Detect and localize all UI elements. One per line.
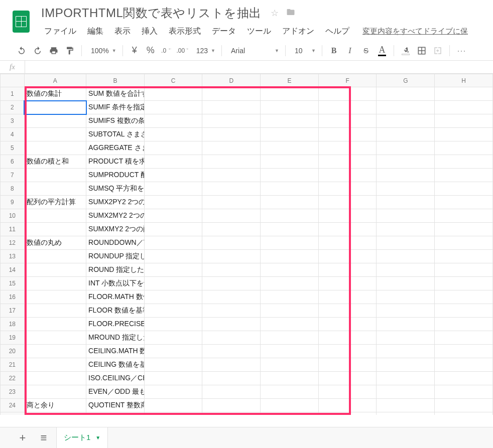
col-header-B[interactable]: B	[86, 74, 145, 87]
cell[interactable]	[24, 128, 86, 141]
strikethrough-button[interactable]: S	[358, 44, 374, 58]
cell[interactable]	[318, 182, 377, 196]
cell[interactable]	[261, 101, 319, 114]
cell[interactable]	[377, 345, 435, 358]
cell[interactable]	[377, 223, 435, 236]
col-header-H[interactable]: H	[435, 74, 493, 87]
cell[interactable]	[377, 277, 435, 290]
cell[interactable]	[318, 412, 377, 415]
row-header[interactable]: 12	[1, 236, 25, 250]
cell[interactable]: AGGREGATE さまざまな集計値を求める	[86, 141, 145, 155]
cell[interactable]	[318, 155, 377, 169]
menu-help[interactable]: ヘルプ	[320, 24, 354, 39]
paint-format-button[interactable]	[62, 44, 77, 58]
cell[interactable]: SUM 数値を合計する	[86, 87, 145, 101]
row-header[interactable]: 14	[1, 263, 25, 277]
cell[interactable]	[261, 141, 319, 155]
cell[interactable]	[261, 372, 319, 385]
cell[interactable]	[377, 141, 435, 155]
font-select[interactable]: Arial ▼	[226, 44, 281, 58]
cell[interactable]	[144, 358, 202, 372]
cell[interactable]	[318, 223, 377, 236]
format-percent-button[interactable]: %	[143, 44, 158, 58]
cell[interactable]	[435, 304, 493, 318]
cell[interactable]	[24, 385, 86, 399]
cell[interactable]	[377, 372, 435, 385]
cell[interactable]	[202, 290, 261, 304]
cell[interactable]	[318, 290, 377, 304]
cell[interactable]	[435, 87, 493, 101]
cell[interactable]	[144, 128, 202, 141]
cell[interactable]	[144, 169, 202, 182]
cell[interactable]	[318, 277, 377, 290]
row-header[interactable]: 4	[1, 128, 25, 141]
cell[interactable]	[318, 372, 377, 385]
cell[interactable]	[318, 101, 377, 114]
cell[interactable]	[144, 318, 202, 331]
cell[interactable]	[202, 331, 261, 345]
cell[interactable]	[144, 385, 202, 399]
cell[interactable]	[435, 141, 493, 155]
row-header[interactable]: 13	[1, 250, 25, 263]
menu-insert[interactable]: 挿入	[137, 24, 163, 39]
row-header[interactable]: 15	[1, 277, 25, 290]
cell[interactable]	[144, 250, 202, 263]
cell[interactable]: CEILING 数値を基準値の倍数に切り上げる	[86, 358, 145, 372]
more-formats-select[interactable]: 123 ▼	[191, 44, 217, 58]
cell[interactable]	[24, 209, 86, 223]
cell[interactable]	[202, 128, 261, 141]
cell[interactable]	[202, 358, 261, 372]
col-header-A[interactable]: A	[24, 74, 86, 87]
cell[interactable]	[377, 155, 435, 169]
cell[interactable]	[261, 304, 319, 318]
cell[interactable]	[435, 236, 493, 250]
cell[interactable]	[261, 223, 319, 236]
cell[interactable]	[377, 304, 435, 318]
cell[interactable]: 数値の集計	[24, 87, 86, 101]
print-button[interactable]	[46, 44, 61, 58]
cell[interactable]	[261, 209, 319, 223]
cell[interactable]	[377, 399, 435, 412]
cell[interactable]	[377, 412, 435, 415]
cell[interactable]	[435, 223, 493, 236]
cell[interactable]	[318, 114, 377, 128]
cell[interactable]	[24, 304, 86, 318]
col-header-C[interactable]: C	[144, 74, 202, 87]
cell[interactable]	[377, 236, 435, 250]
italic-button[interactable]: I	[342, 44, 357, 58]
cell[interactable]	[261, 277, 319, 290]
cell[interactable]	[318, 345, 377, 358]
format-currency-button[interactable]: ¥	[127, 44, 142, 58]
cell[interactable]	[144, 304, 202, 318]
increase-decimal-button[interactable]: .00→	[175, 44, 190, 58]
row-header[interactable]: 24	[1, 399, 25, 412]
cell[interactable]	[202, 318, 261, 331]
cell[interactable]	[202, 87, 261, 101]
cell[interactable]: SUMX2MY2 2つの配列要素の平方差を合計する	[86, 209, 145, 223]
cell[interactable]: ISO.CEILING／CEILING.PRECISE 数値を基準値の倍数に切り…	[86, 372, 145, 385]
formula-input[interactable]	[25, 61, 493, 73]
cell[interactable]	[24, 372, 86, 385]
cell[interactable]	[377, 318, 435, 331]
all-sheets-button[interactable]: ≡	[35, 429, 52, 446]
cell[interactable]	[318, 358, 377, 372]
cell[interactable]	[377, 169, 435, 182]
cell[interactable]	[261, 169, 319, 182]
cell[interactable]: SUMXMY2 2つの配列要素の差の平方和を求める	[86, 223, 145, 236]
cell[interactable]	[144, 412, 202, 415]
sheet-tab-active[interactable]: シート1 ▼	[56, 427, 108, 448]
text-color-button[interactable]: A	[375, 44, 390, 58]
col-header-D[interactable]: D	[202, 74, 261, 87]
cell[interactable]: FLOOR 数値を基準値の倍数に切り下げる	[86, 304, 145, 318]
cell[interactable]: FLOOR.PRECISE 数値を基準値の倍数に切り下げる	[86, 318, 145, 331]
document-title[interactable]: IMPORTHTML関数で表やリストを抽出	[39, 4, 264, 22]
cell[interactable]: CEILING.MATH 数値を基準値の倍数に切り上げる	[86, 345, 145, 358]
redo-button[interactable]	[30, 44, 45, 58]
cell[interactable]	[202, 399, 261, 412]
row-header[interactable]: 19	[1, 331, 25, 345]
cell[interactable]	[24, 169, 86, 182]
cell[interactable]	[24, 345, 86, 358]
cell[interactable]: MOD 余りを求める	[86, 412, 145, 415]
cell[interactable]	[435, 182, 493, 196]
menu-view[interactable]: 表示	[109, 24, 136, 39]
